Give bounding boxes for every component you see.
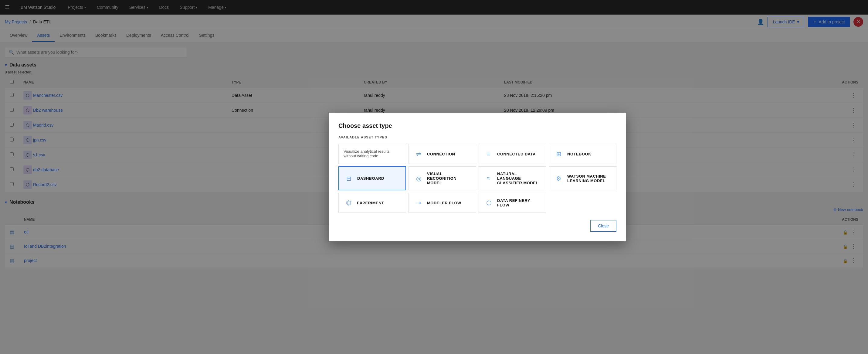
- data-refinery-label: DATA REFINERY FLOW: [497, 198, 541, 207]
- connection-icon: ⇌: [414, 149, 423, 159]
- modal-footer: Close: [338, 220, 616, 232]
- modeler-flow-icon: ⇢: [414, 198, 423, 208]
- visual-recognition-icon: ◎: [414, 174, 423, 183]
- asset-type-experiment[interactable]: ⌬ EXPERIMENT: [338, 193, 406, 213]
- asset-type-notebook[interactable]: ⊞ NOTEBOOK: [549, 144, 616, 164]
- connected-data-label: CONNECTED DATA: [497, 152, 536, 156]
- modal-close-button[interactable]: Close: [590, 220, 616, 232]
- experiment-label: EXPERIMENT: [357, 201, 384, 205]
- asset-type-visual-recognition[interactable]: ◎ VISUAL RECOGNITION MODEL: [408, 166, 476, 190]
- asset-type-watson-ml[interactable]: ⚙ WATSON MACHINE LEARNING MODEL: [549, 166, 616, 190]
- notebook-label: NOTEBOOK: [567, 152, 591, 156]
- asset-type-nlc[interactable]: ≈ NATURAL LANGUAGE CLASSIFIER MODEL: [478, 166, 546, 190]
- asset-type-data-refinery[interactable]: ⬡ DATA REFINERY FLOW: [478, 193, 546, 213]
- modal-title: Choose asset type: [338, 122, 616, 129]
- choose-asset-type-modal: Choose asset type AVAILABLE ASSET TYPES …: [329, 113, 626, 241]
- asset-type-connected-data[interactable]: ≡ CONNECTED DATA: [478, 144, 546, 164]
- dashboard-icon: ⊟: [344, 174, 353, 183]
- watson-ml-label: WATSON MACHINE LEARNING MODEL: [567, 174, 611, 183]
- notebook-icon: ⊞: [554, 149, 564, 159]
- asset-type-connection[interactable]: ⇌ CONNECTION: [408, 144, 476, 164]
- nlc-label: NATURAL LANGUAGE CLASSIFIER MODEL: [497, 172, 541, 185]
- watson-ml-icon: ⚙: [554, 174, 564, 183]
- connected-data-icon: ≡: [484, 149, 494, 159]
- experiment-icon: ⌬: [344, 198, 353, 208]
- modeler-flow-label: MODELER FLOW: [427, 201, 461, 205]
- asset-type-dashboard[interactable]: ⊟ DASHBOARD: [338, 166, 406, 190]
- connection-label: CONNECTION: [427, 152, 455, 156]
- nlc-icon: ≈: [484, 174, 494, 183]
- dashboard-label: DASHBOARD: [357, 176, 384, 181]
- available-label: AVAILABLE ASSET TYPES: [338, 136, 616, 139]
- asset-type-modeler-flow[interactable]: ⇢ MODELER FLOW: [408, 193, 476, 213]
- dashboard-tooltip: Visualize analytical results without wri…: [338, 144, 406, 164]
- asset-type-grid: Visualize analytical results without wri…: [338, 144, 616, 213]
- data-refinery-icon: ⬡: [484, 198, 494, 208]
- visual-recognition-label: VISUAL RECOGNITION MODEL: [427, 172, 471, 185]
